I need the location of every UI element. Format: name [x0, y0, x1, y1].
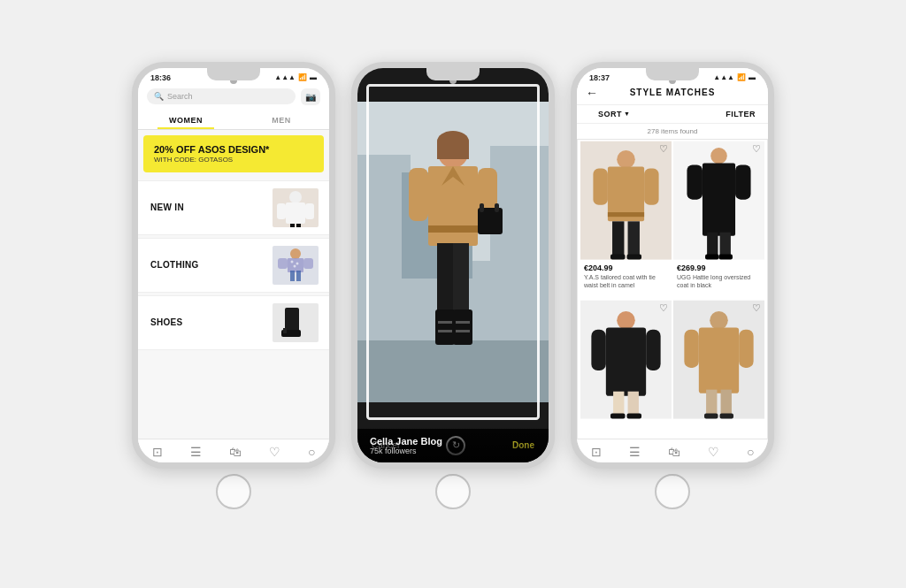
svg-rect-15: [290, 271, 295, 281]
category-label-new-in: NEW IN: [150, 202, 184, 212]
phone3-home-button[interactable]: [655, 474, 690, 509]
product-info-4: [673, 420, 764, 434]
svg-rect-64: [705, 254, 718, 259]
product3-svg: [580, 299, 672, 420]
product-card-2[interactable]: ♡ €269.99 UGG Hattie long oversized coat…: [673, 140, 764, 297]
svg-rect-80: [706, 389, 717, 416]
product-info-2: €269.99 UGG Hattie long oversized coat i…: [673, 261, 764, 293]
svg-rect-45: [456, 321, 470, 324]
svg-rect-83: [720, 413, 733, 418]
bag-nav-icon-3[interactable]: 🛍: [668, 445, 680, 459]
search-nav-icon-3[interactable]: ☰: [629, 445, 641, 459]
category-list: NEW IN: [138, 178, 329, 439]
product-card-3[interactable]: ♡: [580, 299, 672, 439]
phone1-time: 18:36: [150, 73, 171, 82]
bag-nav-icon[interactable]: 🛍: [229, 445, 242, 459]
svg-rect-52: [608, 212, 644, 217]
blog-caption: Cella Jane Blog 75k followers: [357, 427, 549, 462]
bottom-nav-phone3: ⊡ ☰ 🛍 ♡ ○: [577, 439, 768, 462]
tab-women[interactable]: WOMEN: [138, 110, 234, 129]
sort-button[interactable]: SORT ▼: [598, 110, 630, 118]
svg-rect-41: [435, 309, 455, 345]
svg-point-48: [617, 150, 635, 169]
svg-rect-37: [480, 203, 484, 212]
back-button[interactable]: ←: [586, 86, 598, 100]
svg-rect-72: [628, 391, 639, 416]
product-info-1: €204.99 Y.A.S tailored coat with tie wai…: [580, 261, 672, 293]
product-grid: ♡ €204.99 Y.A.S tailored coat with tie w…: [577, 140, 768, 439]
promo-banner[interactable]: 20% OFF ASOS DESIGN* WITH CODE: GOTASOS: [143, 135, 324, 172]
svg-rect-51: [644, 168, 658, 204]
search-input-wrapper[interactable]: 🔍 Search: [147, 88, 296, 104]
svg-rect-74: [627, 413, 641, 418]
svg-rect-2: [286, 202, 305, 224]
phone2-home-button[interactable]: [435, 474, 471, 509]
heart-icon-1[interactable]: ♡: [659, 143, 668, 155]
svg-rect-50: [593, 168, 607, 204]
svg-rect-14: [303, 258, 313, 269]
category-shoes[interactable]: SHOES: [138, 295, 329, 350]
svg-rect-61: [735, 164, 751, 199]
svg-rect-79: [739, 329, 753, 367]
heart-icon-3[interactable]: ♡: [659, 302, 668, 314]
svg-point-11: [296, 262, 299, 264]
product1-svg: [580, 140, 672, 261]
svg-rect-81: [721, 389, 732, 416]
heart-nav-icon[interactable]: ♡: [269, 445, 280, 459]
search-bar: 🔍 Search 📷: [138, 84, 329, 110]
banner-title: 20% OFF ASOS DESIGN*: [154, 144, 313, 155]
phone3-notch: [646, 68, 699, 80]
profile-nav-icon-3[interactable]: ○: [747, 445, 754, 459]
home-nav-icon-3[interactable]: ⊡: [591, 445, 602, 459]
new-in-image: [273, 188, 319, 227]
home-nav-icon[interactable]: ⊡: [152, 445, 163, 459]
category-clothing[interactable]: CLOTHING: [138, 238, 329, 293]
svg-rect-13: [278, 258, 288, 269]
camera-photo-svg: [357, 75, 549, 429]
svg-rect-42: [453, 309, 472, 345]
svg-point-8: [290, 248, 301, 259]
product-desc-1: Y.A.S tailored coat with tie waist belt …: [584, 273, 668, 289]
svg-point-1: [289, 191, 302, 203]
phone1-home-button[interactable]: [216, 474, 251, 509]
shoes-svg: [273, 303, 319, 342]
svg-rect-3: [277, 203, 286, 219]
phone2-notch: [426, 68, 480, 80]
battery-icon-3: ▬: [749, 73, 756, 81]
svg-rect-20: [283, 328, 287, 333]
profile-nav-icon[interactable]: ○: [308, 445, 315, 459]
camera-icon[interactable]: 📷: [301, 88, 320, 105]
product-card-4[interactable]: ♡: [673, 299, 764, 439]
phone1-notch: [207, 68, 260, 80]
product-img-2: ♡: [673, 140, 764, 261]
svg-rect-53: [612, 221, 624, 257]
heart-icon-4[interactable]: ♡: [752, 302, 761, 314]
category-new-in[interactable]: NEW IN: [138, 180, 329, 235]
phone1: 18:36 ▲▲▲ 📶 ▬ 🔍 Search 📷: [132, 62, 335, 469]
svg-point-76: [710, 311, 728, 330]
phone1-status-icons: ▲▲▲ 📶 ▬: [274, 73, 317, 81]
sort-filter-bar: SORT ▼ FILTER: [577, 104, 768, 124]
svg-rect-77: [699, 327, 739, 393]
heart-nav-icon-3[interactable]: ♡: [708, 445, 719, 459]
camera-photo: [357, 75, 549, 429]
tab-men[interactable]: MEN: [234, 110, 329, 129]
svg-rect-46: [456, 330, 470, 332]
svg-rect-6: [296, 224, 301, 227]
filter-button[interactable]: FILTER: [726, 110, 756, 118]
new-in-svg: [273, 188, 319, 227]
phone3-status-icons: ▲▲▲ 📶 ▬: [713, 73, 756, 82]
product-img-4: ♡: [673, 299, 764, 420]
wifi-icon: 📶: [298, 73, 307, 81]
svg-rect-59: [703, 163, 735, 235]
clothing-svg: [273, 246, 319, 285]
product-card-1[interactable]: ♡ €204.99 Y.A.S tailored coat with tie w…: [580, 140, 672, 297]
category-label-clothing: CLOTHING: [150, 260, 199, 270]
svg-rect-5: [290, 224, 295, 227]
search-nav-icon[interactable]: ☰: [190, 445, 202, 459]
heart-icon-2[interactable]: ♡: [752, 143, 761, 155]
svg-rect-62: [707, 232, 718, 257]
svg-rect-60: [687, 164, 703, 199]
svg-rect-33: [428, 225, 478, 233]
svg-rect-70: [646, 329, 660, 370]
